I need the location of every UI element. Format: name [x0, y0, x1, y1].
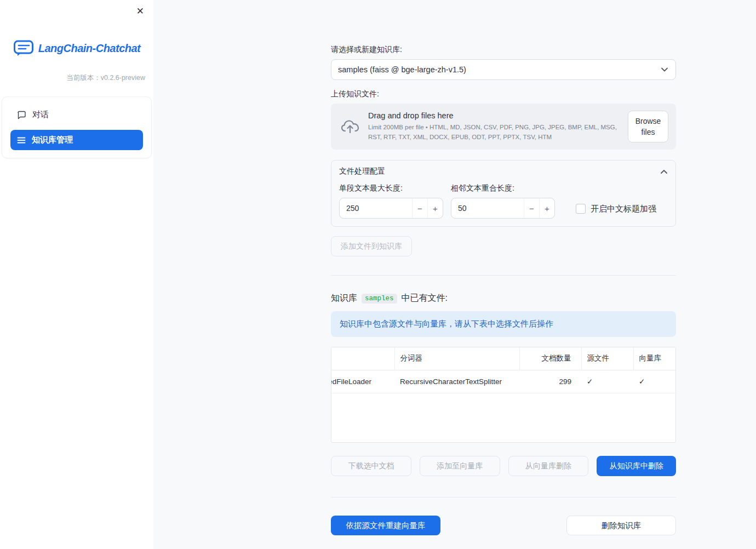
col-header-doc-count: 文档数量 — [519, 347, 581, 370]
download-selected-button[interactable]: 下载选中文档 — [331, 456, 411, 476]
existing-files-line: 知识库 samples 中已有文件: — [331, 293, 676, 304]
existing-suffix: 中已有文件: — [402, 293, 448, 304]
uploader-texts: Drag and drop files here Limit 200MB per… — [368, 111, 619, 142]
kb-actions: 依据源文件重建向量库 删除知识库 — [331, 516, 676, 535]
expander-title: 文件处理配置 — [339, 167, 385, 176]
chat-logo-icon — [13, 39, 34, 57]
kb-select-label: 请选择或新建知识库: — [331, 45, 676, 55]
sidebar-item-dialogue[interactable]: 对话 — [10, 105, 143, 125]
checkbox-box — [576, 204, 586, 214]
version-text: 当前版本：v0.2.6-preview — [0, 73, 153, 83]
existing-prefix: 知识库 — [331, 293, 357, 304]
plus-stepper-icon[interactable]: + — [427, 198, 443, 218]
plus-stepper-icon[interactable]: + — [539, 198, 554, 218]
sidebar-nav: 对话 知识库管理 — [2, 96, 152, 158]
add-files-button[interactable]: 添加文件到知识库 — [331, 236, 412, 256]
delete-from-kb-button[interactable]: 从知识库中删除 — [597, 456, 676, 476]
zh-title-enhance-checkbox[interactable]: 开启中文标题加强 — [576, 199, 656, 219]
divider — [331, 497, 676, 497]
browse-files-button[interactable]: Browse files — [628, 111, 668, 143]
col-header-vector-store: 向量库 — [633, 347, 676, 370]
col-header-splitter: 分词器 — [394, 347, 519, 370]
overlap-value[interactable]: 50 — [451, 198, 524, 218]
overlap-label: 相邻文本重合长度: — [451, 184, 555, 193]
main-area: 请选择或新建知识库: samples (faiss @ bge-large-zh… — [153, 0, 756, 549]
kb-name-code: samples — [362, 294, 397, 304]
sidebar-item-knowledge-base[interactable]: 知识库管理 — [10, 130, 143, 150]
app-logo-text: LangChain-Chatchat — [38, 42, 141, 55]
list-icon — [17, 136, 26, 144]
max-length-input: 250 − + — [339, 198, 443, 219]
app-logo: LangChain-Chatchat — [0, 39, 153, 57]
minus-stepper-icon[interactable]: − — [412, 198, 427, 218]
kb-select-value: samples (faiss @ bge-large-zh-v1.5) — [338, 65, 660, 74]
file-config-expander: 文件处理配置 单段文本最大长度: 250 − + — [331, 160, 676, 227]
chevron-up-icon — [660, 169, 668, 174]
sidebar-item-label: 对话 — [32, 110, 49, 120]
chat-bubble-icon — [17, 111, 26, 119]
checkbox-label: 开启中文标题加强 — [591, 204, 656, 214]
max-length-value[interactable]: 250 — [340, 198, 412, 218]
max-length-label: 单段文本最大长度: — [339, 184, 443, 193]
upload-label: 上传知识文件: — [331, 89, 676, 99]
row-actions: 下载选中文档 添加至向量库 从向量库删除 从知识库中删除 — [331, 456, 676, 476]
cell-vector-store-check: ✓ — [633, 370, 676, 393]
sidebar: ✕ LangChain-Chatchat 当前版本：v0.2.6-preview… — [0, 0, 153, 549]
cell-loader: UnstructuredFileLoader — [331, 370, 394, 393]
cell-splitter: RecursiveCharacterTextSplitter — [394, 370, 519, 393]
rebuild-vector-store-button[interactable]: 依据源文件重建向量库 — [331, 516, 440, 535]
kb-select[interactable]: samples (faiss @ bge-large-zh-v1.5) — [331, 59, 676, 80]
delete-kb-button[interactable]: 删除知识库 — [566, 516, 676, 535]
col-header-source-file: 源文件 — [581, 347, 633, 370]
table-header-row: 文档加载器 分词器 文档数量 源文件 向量库 — [331, 347, 676, 370]
expander-header[interactable]: 文件处理配置 — [331, 161, 675, 182]
sidebar-close-icon[interactable]: ✕ — [134, 4, 146, 18]
cell-source-file-check: ✓ — [581, 370, 633, 393]
add-to-vector-store-button[interactable]: 添加至向量库 — [420, 456, 500, 476]
drag-drop-text: Drag and drop files here — [368, 111, 619, 120]
cell-doc-count: 299 — [519, 370, 581, 393]
files-table: 文档加载器 分词器 文档数量 源文件 向量库 UnstructuredFileL… — [331, 347, 676, 443]
overlap-input: 50 − + — [451, 198, 555, 219]
file-dropzone[interactable]: Drag and drop files here Limit 200MB per… — [331, 104, 676, 150]
cloud-upload-icon — [341, 119, 359, 134]
col-header-loader: 文档加载器 — [331, 347, 394, 370]
divider — [331, 275, 676, 276]
chevron-down-icon — [660, 67, 669, 72]
sidebar-item-label: 知识库管理 — [32, 135, 73, 145]
upload-limit-text: Limit 200MB per file • HTML, MD, JSON, C… — [368, 123, 619, 142]
delete-from-vector-store-button[interactable]: 从向量库删除 — [508, 456, 589, 476]
table-row[interactable]: UnstructuredFileLoader RecursiveCharacte… — [331, 370, 676, 393]
info-banner: 知识库中包含源文件与向量库，请从下表中选择文件后操作 — [331, 311, 676, 337]
minus-stepper-icon[interactable]: − — [524, 198, 539, 218]
